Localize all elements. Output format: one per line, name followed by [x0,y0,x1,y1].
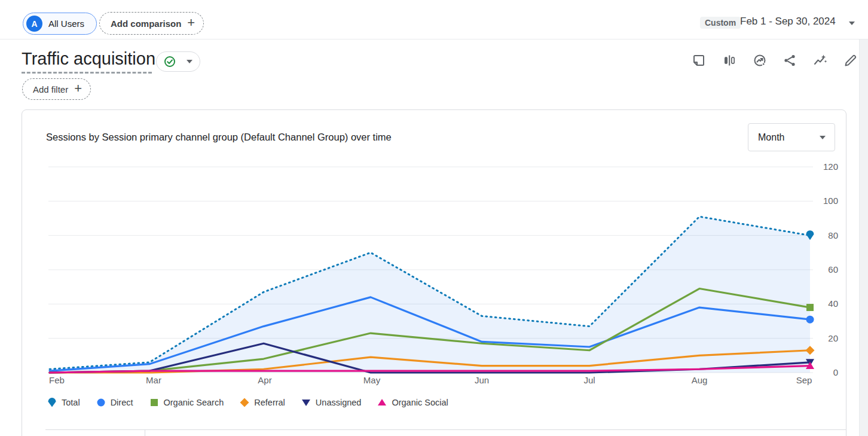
x-axis-label: Aug [692,375,708,385]
legend-item-referral: Referral [240,398,285,407]
series-marker-organic-search [806,304,814,311]
legend-item-organic-social: Organic Social [377,398,448,407]
table-column-separator [145,430,145,436]
x-axis-label: Apr [258,375,271,385]
triangle-down-legend-icon [301,398,311,407]
total-area-fill [50,217,810,373]
diamond-legend-icon [240,398,249,407]
y-axis-label: 60 [828,264,838,275]
x-axis-label: Sep [796,375,812,385]
y-axis-label: 0 [833,367,838,377]
x-axis-label: Mar [146,375,161,385]
legend-item-unassigned: Unassigned [301,398,362,407]
fan-legend-icon [47,398,57,407]
legend-item-total: Total [47,398,80,407]
y-axis-label: 120 [823,161,838,172]
square-legend-icon [149,398,159,407]
sessions-line-chart[interactable]: 020406080100120FebMarAprMayJunJulAugSep [0,0,868,436]
circle-legend-icon [96,398,106,407]
series-marker-direct [806,316,814,324]
legend-label: Organic Social [392,398,448,407]
ga4-traffic-acquisition-page: A All Users Add comparison + Custom Feb … [0,0,868,436]
y-axis-label: 100 [823,196,838,206]
x-axis-label: May [363,375,381,385]
scrollbar-gutter[interactable] [859,39,868,436]
x-axis-label: Jul [583,375,595,385]
x-axis-label: Jun [475,375,489,385]
triangle-up-legend-icon [377,398,387,407]
y-axis-label: 20 [828,333,838,343]
y-axis-label: 80 [828,230,838,240]
x-axis-label: Feb [49,375,65,385]
legend-label: Total [62,398,80,407]
legend-item-direct: Direct [96,398,133,407]
legend-label: Referral [254,398,285,407]
legend-item-organic-search: Organic Search [149,398,224,407]
chart-legend: TotalDirectOrganic SearchReferralUnassig… [47,398,448,407]
legend-label: Direct [111,398,133,407]
table-top-divider [45,429,846,430]
legend-label: Organic Search [164,398,224,407]
y-axis-label: 40 [828,298,838,309]
legend-label: Unassigned [316,398,362,407]
